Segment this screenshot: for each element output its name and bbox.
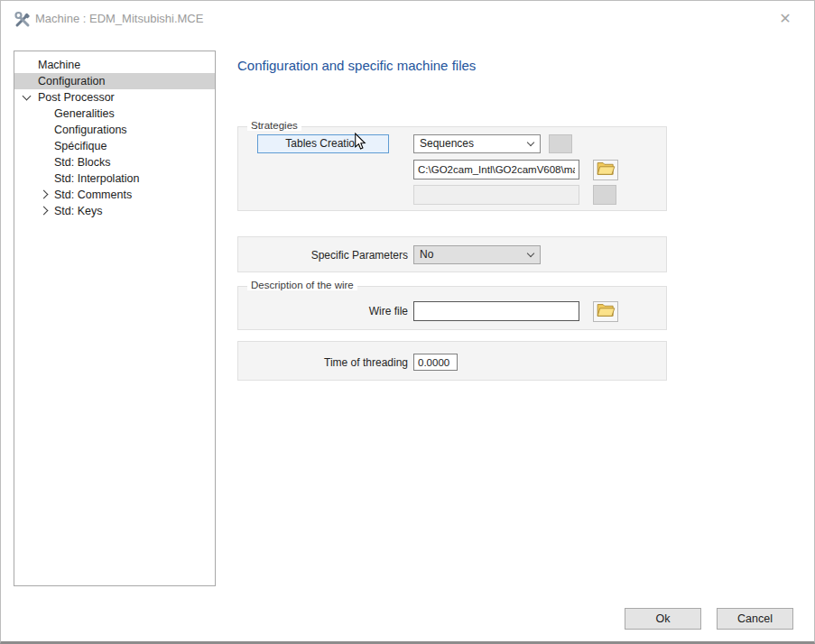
tree-item-std-blocks[interactable]: Std: Blocks xyxy=(14,154,215,170)
folder-icon xyxy=(597,302,616,321)
tree-item-machine[interactable]: Machine xyxy=(14,57,215,73)
specific-parameters-label: Specific Parameters xyxy=(238,249,408,262)
strategies-extra-button[interactable] xyxy=(549,134,572,153)
tree-item-std-comments[interactable]: Std: Comments xyxy=(14,187,215,203)
secondary-path-input xyxy=(413,185,579,205)
tables-creation-button[interactable]: Tables Creation xyxy=(257,134,389,153)
wire-group-label: Description of the wire xyxy=(247,280,357,290)
wire-file-browse-button[interactable] xyxy=(593,301,618,322)
close-icon[interactable]: ✕ xyxy=(776,10,794,28)
specific-parameters-group: Specific Parameters No xyxy=(237,236,667,272)
tree-item-post-processor[interactable]: Post Processor xyxy=(14,89,215,106)
tools-icon xyxy=(14,10,32,28)
wire-description-group: Description of the wire Wire file xyxy=(237,286,667,330)
page-title: Configuration and specific machine files xyxy=(237,58,476,73)
tree-item-specifique[interactable]: Spécifique xyxy=(14,138,215,154)
specific-parameters-dropdown-value: No xyxy=(420,248,433,261)
macro-path-browse-button[interactable] xyxy=(593,160,618,180)
chevron-down-icon xyxy=(527,250,534,257)
ok-button[interactable]: Ok xyxy=(625,608,701,630)
sequences-dropdown-value: Sequences xyxy=(420,137,474,150)
mouse-cursor xyxy=(354,133,366,154)
threading-group: Time of threading xyxy=(237,341,667,381)
time-of-threading-label: Time of threading xyxy=(238,356,408,369)
titlebar: Machine : EDM_Mitsubishi.MCE ✕ xyxy=(1,1,814,37)
time-of-threading-input[interactable] xyxy=(413,354,458,371)
folder-icon xyxy=(597,161,616,179)
sequences-dropdown[interactable]: Sequences xyxy=(413,134,541,153)
macro-path-input[interactable] xyxy=(413,160,579,179)
strategies-group: Strategies Tables Creation Sequences xyxy=(237,126,667,211)
wire-file-input[interactable] xyxy=(413,301,579,321)
chevron-down-icon xyxy=(527,139,534,146)
machine-tree: Machine Configuration Post Processor Gen… xyxy=(14,51,216,586)
tree-item-std-interpolation[interactable]: Std: Interpolation xyxy=(14,170,215,187)
specific-parameters-dropdown[interactable]: No xyxy=(413,245,541,264)
wire-file-label: Wire file xyxy=(238,305,408,317)
machine-dialog: Machine : EDM_Mitsubishi.MCE ✕ Machine C… xyxy=(0,0,815,644)
secondary-extra-button[interactable] xyxy=(593,185,616,205)
tree-item-configurations[interactable]: Configurations xyxy=(14,122,215,138)
tree-item-std-keys[interactable]: Std: Keys xyxy=(14,203,215,219)
tree-item-configuration[interactable]: Configuration xyxy=(14,73,215,89)
strategies-group-label: Strategies xyxy=(247,120,301,131)
window-title: Machine : EDM_Mitsubishi.MCE xyxy=(35,1,203,37)
tree-item-generalities[interactable]: Generalities xyxy=(14,106,215,122)
cancel-button[interactable]: Cancel xyxy=(717,608,793,630)
